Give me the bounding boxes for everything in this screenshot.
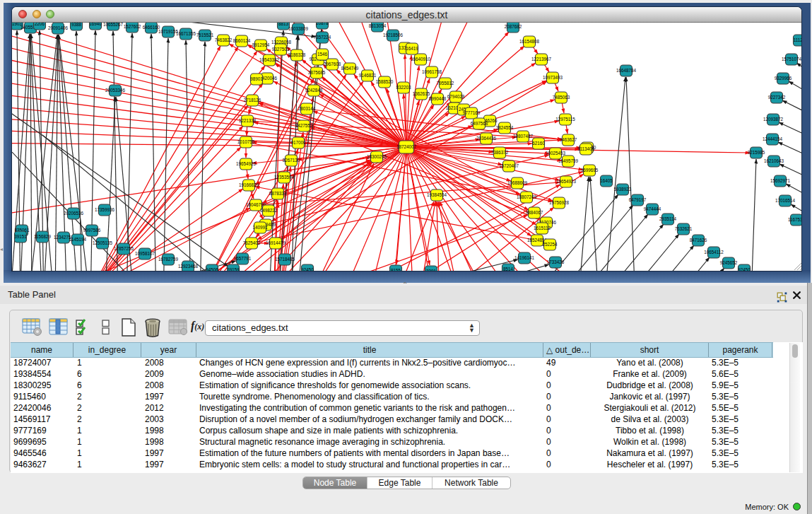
svg-text:92450: 92450 [301, 267, 314, 271]
svg-text:6479197: 6479197 [629, 197, 647, 202]
svg-text:1546: 1546 [317, 52, 328, 57]
svg-text:20206536: 20206536 [64, 211, 84, 216]
svg-text:917006: 917006 [290, 140, 306, 145]
svg-text:10655267: 10655267 [103, 23, 124, 27]
svg-text:2718126: 2718126 [244, 98, 261, 103]
svg-text:16419: 16419 [406, 46, 418, 51]
svg-text:16033809: 16033809 [288, 26, 309, 31]
svg-text:8427552: 8427552 [295, 123, 313, 128]
svg-text:15751074: 15751074 [782, 57, 801, 62]
svg-text:10807487: 10807487 [513, 134, 534, 139]
svg-text:39159: 39159 [227, 267, 240, 271]
svg-text:10688609: 10688609 [507, 180, 528, 185]
svg-text:11120: 11120 [794, 37, 801, 42]
svg-text:9327503: 9327503 [272, 47, 290, 52]
svg-text:1145194: 1145194 [69, 237, 87, 242]
svg-text:17016514: 17016514 [775, 198, 796, 203]
svg-text:7386372: 7386372 [491, 150, 509, 155]
svg-text:16648784: 16648784 [616, 68, 637, 73]
svg-text:6794028: 6794028 [447, 94, 465, 99]
svg-text:9245652: 9245652 [720, 260, 738, 265]
svg-text:10958107: 10958107 [135, 251, 155, 256]
svg-text:7515521: 7515521 [196, 33, 214, 37]
svg-text:9227342: 9227342 [768, 95, 786, 100]
svg-text:5938923: 5938923 [614, 187, 632, 192]
svg-text:7955812: 7955812 [437, 81, 454, 86]
svg-text:12353594: 12353594 [274, 175, 295, 180]
svg-text:8813054: 8813054 [369, 23, 387, 28]
svg-text:15720407: 15720407 [499, 163, 519, 168]
svg-text:832203: 832203 [396, 85, 411, 90]
svg-text:8215985: 8215985 [748, 150, 765, 155]
svg-text:15718485: 15718485 [275, 257, 295, 262]
svg-text:12975115: 12975115 [555, 117, 575, 122]
svg-text:1221338: 1221338 [239, 118, 257, 123]
svg-text:10973493: 10973493 [543, 75, 563, 80]
svg-text:10961758: 10961758 [422, 69, 442, 74]
svg-text:1167533: 1167533 [788, 217, 801, 222]
svg-text:3824554: 3824554 [496, 125, 514, 130]
svg-text:15692971: 15692971 [770, 178, 791, 183]
svg-text:7357224: 7357224 [314, 35, 331, 40]
svg-text:1733426: 1733426 [547, 259, 565, 264]
svg-text:18807249: 18807249 [517, 194, 537, 199]
svg-text:1588520: 1588520 [376, 79, 394, 84]
svg-text:62160: 62160 [532, 141, 545, 146]
svg-text:9997586: 9997586 [83, 228, 101, 233]
svg-text:8186328: 8186328 [288, 52, 306, 57]
svg-text:9388: 9388 [71, 23, 82, 27]
svg-text:9777169: 9777169 [463, 110, 481, 115]
svg-text:9329966: 9329966 [775, 76, 792, 81]
svg-text:16782759: 16782759 [158, 257, 179, 262]
svg-text:17359936: 17359936 [95, 207, 115, 212]
svg-text:8990448: 8990448 [429, 96, 447, 101]
svg-text:2206: 2206 [35, 23, 45, 26]
svg-text:10543382: 10543382 [259, 57, 280, 62]
svg-text:12505135: 12505135 [93, 240, 113, 245]
svg-text:9657791: 9657791 [234, 256, 252, 261]
svg-text:9884067: 9884067 [526, 210, 543, 215]
svg-text:2967608: 2967608 [324, 62, 341, 66]
svg-text:20364436: 20364436 [476, 136, 497, 141]
svg-text:98901: 98901 [250, 76, 263, 81]
svg-text:2935114: 2935114 [659, 216, 677, 221]
svg-text:8660124: 8660124 [233, 38, 251, 43]
svg-text:1498222: 1498222 [260, 208, 278, 213]
svg-text:9146821: 9146821 [359, 73, 377, 78]
svg-text:16671355: 16671355 [176, 31, 196, 36]
svg-text:1615112: 1615112 [534, 226, 551, 230]
svg-text:1156829: 1156829 [34, 234, 52, 239]
svg-text:9474444: 9474444 [644, 206, 661, 211]
svg-text:19654925: 19654925 [236, 161, 257, 166]
svg-text:252254: 252254 [542, 242, 558, 247]
svg-text:2087682: 2087682 [505, 24, 522, 29]
svg-text:1010755: 1010755 [237, 139, 255, 144]
svg-text:19756928: 19756928 [549, 200, 570, 205]
svg-text:8813: 8813 [278, 23, 289, 26]
svg-text:7463822: 7463822 [215, 37, 233, 42]
svg-text:3875685: 3875685 [308, 70, 326, 75]
svg-text:19384554: 19384554 [427, 192, 447, 197]
svg-text:8912954: 8912954 [252, 42, 270, 47]
svg-text:1362615: 1362615 [413, 91, 430, 96]
svg-text:39151: 39151 [14, 234, 27, 239]
svg-text:14196141: 14196141 [514, 255, 535, 260]
svg-text:10654112: 10654112 [704, 250, 724, 255]
svg-text:19166829: 19166829 [239, 182, 259, 187]
svg-text:94506: 94506 [206, 267, 218, 271]
svg-text:7625402: 7625402 [243, 240, 261, 245]
svg-text:20878: 20878 [316, 23, 329, 25]
svg-text:7485063: 7485063 [553, 95, 570, 100]
svg-text:16495759: 16495759 [558, 158, 579, 163]
svg-text:2803144: 2803144 [298, 106, 316, 111]
svg-text:18300295: 18300295 [367, 154, 387, 159]
svg-text:12093872: 12093872 [763, 117, 784, 122]
svg-text:8267130: 8267130 [283, 158, 300, 163]
svg-text:19654923: 19654923 [556, 179, 577, 184]
svg-text:16914479: 16914479 [266, 240, 286, 245]
svg-text:7632621: 7632621 [675, 226, 693, 231]
svg-text:16405: 16405 [600, 178, 613, 183]
svg-text:140991: 140991 [252, 225, 268, 230]
svg-text:6497568: 6497568 [471, 121, 488, 126]
svg-text:9242848: 9242848 [305, 88, 323, 93]
